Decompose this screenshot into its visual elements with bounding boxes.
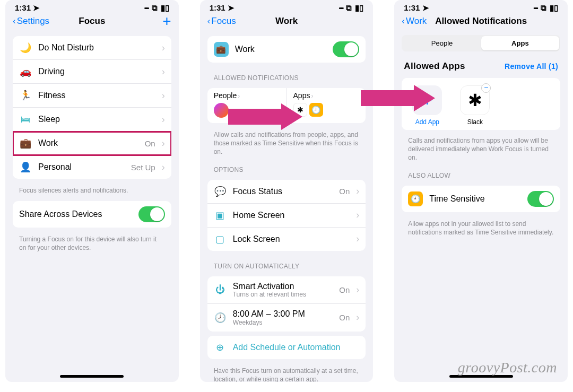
automation-row[interactable]: ⏻ Smart ActivationTurns on at relevant t… — [207, 276, 366, 304]
navbar: ‹Focus Work — [200, 14, 374, 32]
automation-icon: 🕗 — [214, 311, 227, 324]
work-toggle-row[interactable]: 💼 Work — [207, 36, 366, 63]
svg-marker-1 — [361, 85, 435, 111]
focus-mode-row[interactable]: 🏃 Fitness › — [13, 84, 171, 108]
focus-mode-row[interactable]: 🛏 Sleep › — [13, 108, 171, 132]
section-header: ALLOWED NOTIFICATIONS — [200, 67, 374, 84]
chevron-right-icon: › — [356, 210, 359, 221]
focus-mode-row[interactable]: 🌙 Do Not Disturb › — [13, 36, 171, 60]
share-toggle[interactable] — [138, 206, 165, 222]
annotation-arrow — [228, 103, 302, 130]
chevron-right-icon: › — [162, 114, 165, 125]
navbar: ‹Settings Focus + — [5, 14, 179, 32]
focus-modes-list: 🌙 Do Not Disturb ›🚗 Driving ›🏃 Fitness ›… — [13, 36, 171, 179]
chevron-right-icon: › — [356, 186, 359, 197]
add-schedule-button[interactable]: ⊕ Add Schedule or Automation — [207, 336, 366, 359]
focus-mode-icon: 🌙 — [19, 41, 32, 54]
contact-avatar — [214, 103, 229, 118]
screen-work-focus: 1:31 ➤ ▪▪▪▪⧉▮▯ ‹Focus Work 💼 Work ALLOWE… — [200, 0, 374, 382]
remove-all-button[interactable]: Remove All (1) — [505, 62, 558, 71]
footer-text: Allow calls and notifications from peopl… — [200, 127, 374, 159]
screen-focus-list: 1:31 ➤ ▪▪▪▪⧉▮▯ ‹Settings Focus + 🌙 Do No… — [5, 0, 179, 382]
footer-text: Calls and notifications from apps you al… — [394, 133, 568, 164]
chevron-right-icon: › — [162, 138, 165, 149]
chevron-right-icon: › — [162, 42, 165, 54]
back-button[interactable]: ‹Work — [402, 16, 427, 27]
chevron-right-icon: › — [356, 284, 359, 295]
chevron-right-icon: › — [311, 92, 313, 100]
home-indicator[interactable] — [60, 375, 124, 378]
annotation-arrow — [361, 85, 435, 111]
chevron-left-icon: ‹ — [402, 16, 405, 27]
section-header: OPTIONS — [200, 159, 374, 176]
svg-marker-0 — [228, 103, 302, 130]
work-toggle[interactable] — [333, 41, 359, 57]
seg-apps[interactable]: Apps — [481, 36, 559, 50]
option-icon: 💬 — [214, 185, 227, 198]
focus-mode-icon: 🛏 — [19, 113, 32, 126]
people-apps-segmented[interactable]: People Apps — [402, 35, 560, 51]
chevron-left-icon: ‹ — [207, 16, 211, 27]
chevron-right-icon: › — [162, 90, 165, 101]
focus-mode-icon: 💼 — [19, 137, 32, 150]
section-header: TURN ON AUTOMATICALLY — [200, 255, 374, 272]
focus-mode-icon: 🏃 — [19, 89, 32, 102]
chevron-right-icon: › — [162, 162, 165, 173]
work-icon: 💼 — [214, 42, 229, 57]
option-icon: ▢ — [214, 233, 227, 246]
time-sensitive-icon: 🕘 — [309, 103, 323, 117]
chevron-right-icon: › — [162, 66, 165, 77]
automation-list: ⏻ Smart ActivationTurns on at relevant t… — [207, 276, 366, 332]
seg-people[interactable]: People — [403, 36, 481, 50]
chevron-left-icon: ‹ — [13, 16, 16, 27]
status-bar: 1:31 ➤ ▪▪▪▪⧉▮▯ — [394, 0, 568, 14]
footer-text: Allow apps not in your allowed list to s… — [394, 216, 568, 239]
back-button[interactable]: ‹Focus — [207, 16, 236, 27]
status-bar: 1:31 ➤ ▪▪▪▪⧉▮▯ — [5, 0, 179, 14]
option-row[interactable]: ▣ Home Screen › — [207, 204, 366, 228]
allowed-app-slack[interactable]: − ✱ Slack — [456, 85, 494, 126]
screen-allowed-notifications: 1:31 ➤ ▪▪▪▪⧉▮▯ ‹Work Allowed Notificatio… — [394, 0, 568, 382]
allowed-apps-header: Allowed Apps Remove All (1) — [394, 55, 568, 75]
wifi-icon: ⧉ — [152, 3, 158, 13]
focus-mode-icon: 👤 — [19, 161, 32, 173]
options-list: 💬 Focus Status On ›▣ Home Screen ›▢ Lock… — [207, 180, 366, 251]
automation-row[interactable]: 🕗 8:00 AM – 3:00 PMWeekdays On › — [207, 304, 366, 332]
chevron-right-icon: › — [238, 92, 240, 100]
option-row[interactable]: ▢ Lock Screen › — [207, 228, 366, 251]
footer-text: Focus silences alerts and notifications. — [5, 183, 179, 197]
option-row[interactable]: 💬 Focus Status On › — [207, 180, 366, 204]
signal-icon: ▪▪▪▪ — [144, 5, 149, 11]
footer-text: Turning a Focus on for this device will … — [5, 232, 179, 254]
share-group: Share Across Devices — [13, 201, 171, 228]
share-across-devices-row[interactable]: Share Across Devices — [13, 201, 171, 228]
option-icon: ▣ — [214, 209, 227, 222]
back-button[interactable]: ‹Settings — [13, 16, 49, 27]
time-sensitive-toggle[interactable] — [527, 191, 554, 207]
focus-mode-row[interactable]: 👤 Personal Set Up › — [13, 155, 171, 179]
battery-icon: ▮▯ — [161, 3, 169, 13]
focus-mode-row[interactable]: 🚗 Driving › — [13, 60, 171, 84]
focus-mode-icon: 🚗 — [19, 65, 32, 78]
add-focus-button[interactable]: + — [162, 16, 171, 27]
time-sensitive-row[interactable]: 🕘 Time Sensitive — [402, 186, 560, 212]
location-icon: ➤ — [33, 3, 40, 12]
chevron-right-icon: › — [356, 312, 359, 323]
focus-mode-row[interactable]: 💼 Work On › — [13, 132, 171, 155]
chevron-right-icon: › — [356, 233, 359, 245]
navbar: ‹Work Allowed Notifications — [394, 14, 568, 32]
plus-circle-icon: ⊕ — [214, 341, 227, 354]
watermark: groovyPost.com — [458, 359, 557, 376]
footer-text: Have this Focus turn on automatically at… — [200, 363, 374, 382]
automation-icon: ⏻ — [214, 283, 227, 296]
section-header: ALSO ALLOW — [394, 164, 568, 181]
status-bar: 1:31 ➤ ▪▪▪▪⧉▮▯ — [200, 0, 374, 14]
time-sensitive-icon: 🕘 — [408, 191, 423, 206]
